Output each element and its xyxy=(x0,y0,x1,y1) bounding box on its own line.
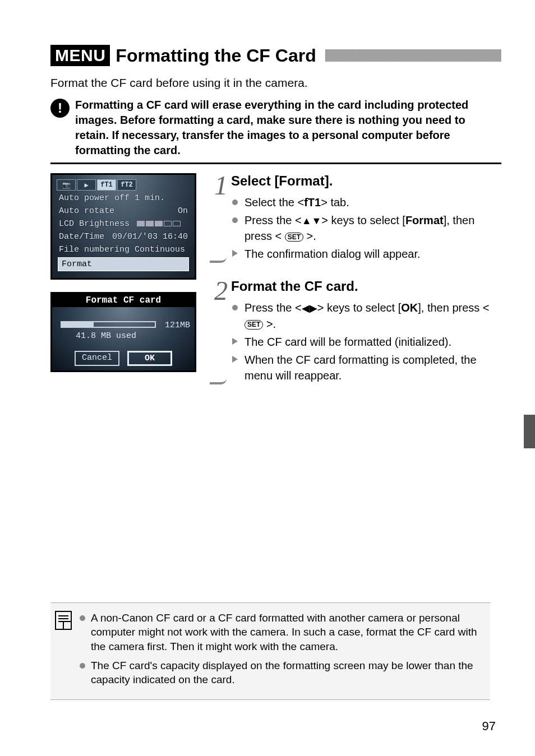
format-confirm-screen: Format CF card 121MB 41.8 MB used Cancel… xyxy=(50,292,196,372)
step-bullet: Select the <fT1> tab. xyxy=(231,194,501,210)
ok-button[interactable]: OK xyxy=(127,351,172,366)
step: 1Select [Format].Select the <fT1> tab.Pr… xyxy=(209,173,501,264)
step-title: Format the CF card. xyxy=(231,279,501,294)
menu-item[interactable]: Auto rotate On xyxy=(56,205,191,217)
camera-menu-screen: 📷 ▶ fT1 fT2 Auto power off 1 min. Auto r… xyxy=(50,173,196,280)
cancel-button[interactable]: Cancel xyxy=(75,351,119,366)
note-box: A non-Canon CF card or a CF card formatt… xyxy=(50,602,490,700)
step-number: 1 xyxy=(209,173,228,264)
warning-text: Formatting a CF card will erase everythi… xyxy=(75,98,501,158)
step-title: Select [Format]. xyxy=(231,173,501,189)
menu-badge: MENU xyxy=(50,45,110,66)
page-edge-tab xyxy=(524,415,535,448)
step-bullet: When the CF card formatting is completed… xyxy=(231,352,501,383)
page-header: MENU Formatting the CF Card xyxy=(50,45,501,66)
note-item: The CF card's capacity displayed on the … xyxy=(80,658,486,687)
steps-column: 1Select [Format].Select the <fT1> tab.Pr… xyxy=(209,173,501,400)
title-decor-bar xyxy=(325,49,501,62)
capacity-label: 121MB xyxy=(165,321,190,330)
step-bullet: Press the <▲▼> keys to select [Format], … xyxy=(231,212,501,244)
notes-list: A non-Canon CF card or a CF card formatt… xyxy=(80,611,486,687)
menu-tab-shoot[interactable]: 📷 xyxy=(57,179,76,191)
step-number: 2 xyxy=(209,279,228,385)
brightness-indicator xyxy=(137,221,181,226)
menu-item-format-selected[interactable]: Format xyxy=(58,257,189,271)
menu-item[interactable]: LCD Brightness xyxy=(56,217,191,230)
format-screen-title: Format CF card xyxy=(52,294,195,307)
menu-tab-setup2[interactable]: fT2 xyxy=(117,179,136,191)
divider xyxy=(50,163,501,164)
menu-item[interactable]: File numbering Continuous xyxy=(56,243,191,256)
step-bullet: Press the <◀▶> keys to select [OK], then… xyxy=(231,300,501,331)
page-number: 97 xyxy=(482,719,496,734)
note-item: A non-Canon CF card or a CF card formatt… xyxy=(80,611,486,654)
step-bullet: The CF card will be formatted (initializ… xyxy=(231,334,501,350)
menu-tab-play[interactable]: ▶ xyxy=(77,179,96,191)
warning-icon: ! xyxy=(50,99,70,118)
used-label: 41.8 MB used xyxy=(76,331,171,341)
menu-tab-setup1[interactable]: fT1 xyxy=(97,179,116,191)
menu-item[interactable]: Auto power off 1 min. xyxy=(56,192,191,205)
capacity-bar xyxy=(61,321,156,328)
intro-text: Format the CF card before using it in th… xyxy=(50,76,501,90)
page-title: Formatting the CF Card xyxy=(116,45,316,66)
warning-block: ! Formatting a CF card will erase everyt… xyxy=(50,98,501,158)
step: 2Format the CF card.Press the <◀▶> keys … xyxy=(209,279,501,385)
menu-item[interactable]: Date/Time 09/01/'03 16:40 xyxy=(56,230,191,243)
note-icon xyxy=(55,611,72,630)
step-bullet: The confirmation dialog will appear. xyxy=(231,246,501,262)
menu-tabs: 📷 ▶ fT1 fT2 xyxy=(56,178,191,192)
